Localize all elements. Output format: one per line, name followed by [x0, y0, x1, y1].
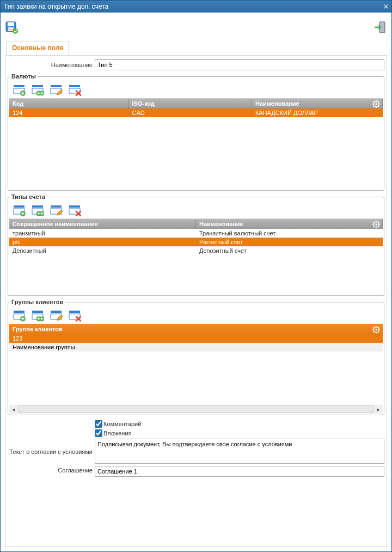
svg-rect-22 [32, 205, 43, 208]
cell-code: 124 [9, 108, 129, 117]
agreement-input[interactable] [95, 466, 384, 477]
name-label: Наименование [8, 62, 95, 68]
svg-rect-6 [14, 85, 24, 87]
scroll-right-icon[interactable]: ► [374, 407, 383, 413]
name-input[interactable] [95, 59, 384, 70]
account-types-add-button[interactable] [13, 203, 26, 216]
currencies-grid-header: Код ISO-код Наименование [9, 99, 383, 108]
cell-name: Расчетный счет [196, 238, 383, 246]
client-groups-legend: Группы клиентов [9, 299, 65, 305]
window-title: Тип заявки на открытие доп. счета [4, 3, 108, 10]
currencies-col-iso[interactable]: ISO-код [129, 99, 252, 108]
client-groups-grid-header: Группа клиентов [9, 324, 383, 334]
currencies-toolbar [9, 82, 383, 98]
account-types-grid-body[interactable]: транзитный Транзитный валютный счет р/с … [9, 229, 383, 294]
currencies-group: Валюты Код [8, 73, 384, 191]
cell-iso: CAD [129, 108, 252, 117]
attachments-checkbox[interactable] [95, 429, 102, 437]
svg-point-44 [375, 329, 377, 330]
cell-short: Депозитный [9, 246, 196, 255]
tabs: Основные поля [5, 41, 387, 56]
table-row[interactable]: 124 CAD КАНАДСКИЙ ДОЛЛАР [9, 108, 383, 117]
exit-button[interactable] [374, 21, 387, 34]
consent-field-row: Текст о согласии с условиями [8, 439, 384, 464]
titlebar: Тип заявки на открытие доп. счета × [1, 1, 391, 13]
svg-rect-1 [8, 22, 14, 26]
client-groups-group: Группы клиентов [8, 299, 384, 415]
currencies-col-code[interactable]: Код [9, 99, 129, 108]
save-button[interactable] [5, 21, 18, 34]
account-types-col-name[interactable]: Наименование [196, 219, 383, 229]
cell-name: Транзитный валютный счет [196, 229, 383, 238]
currencies-grid-body[interactable]: 124 CAD КАНАДСКИЙ ДОЛЛАР [9, 108, 383, 189]
comment-checkbox-label: Комментарий [103, 421, 141, 427]
currencies-grid: Код ISO-код Наименование 124 CAD КАНАДСК… [9, 98, 383, 189]
table-row[interactable]: 123 [9, 334, 383, 343]
client-groups-grid: Группа клиентов 123 Наименование группы [9, 324, 383, 414]
account-types-group: Типы счета [8, 193, 384, 296]
table-row[interactable]: Наименование группы [9, 343, 383, 351]
tab-panel-main: Наименование Валюты [5, 55, 387, 547]
account-types-grid: Сокращенное наименование Наименование тр… [9, 219, 383, 294]
scroll-left-icon[interactable]: ◄ [9, 407, 18, 413]
cell-name: КАНАДСКИЙ ДОЛЛАР [252, 108, 383, 117]
svg-rect-28 [69, 205, 80, 208]
currencies-legend: Валюты [9, 73, 38, 80]
account-types-edit-button[interactable] [50, 203, 63, 216]
tab-main[interactable]: Основные поля [6, 41, 69, 55]
comment-checkbox-row: Комментарий [8, 420, 384, 428]
table-row[interactable]: Депозитный Депозитный счет [9, 246, 383, 255]
account-types-col-short[interactable]: Сокращенное наименование [9, 219, 196, 229]
agreement-field-row: Соглашение [8, 466, 384, 477]
client-groups-grid-body[interactable]: 123 Наименование группы [9, 334, 383, 405]
svg-rect-13 [51, 85, 62, 87]
bottom-form: Комментарий Вложения Текст о согласии с … [8, 418, 384, 479]
agreement-label: Соглашение [8, 466, 95, 474]
client-groups-col-group[interactable]: Группа клиентов [9, 324, 383, 334]
currencies-add-button[interactable] [13, 83, 26, 96]
svg-rect-35 [32, 311, 43, 313]
comment-checkbox[interactable] [95, 420, 102, 428]
close-icon[interactable]: × [384, 2, 388, 11]
svg-rect-19 [14, 205, 24, 208]
gear-icon[interactable] [372, 220, 381, 229]
account-types-delete-button[interactable] [68, 203, 81, 216]
client-groups-delete-button[interactable] [68, 308, 81, 322]
cell-group: 123 [9, 334, 383, 343]
currencies-col-name[interactable]: Наименование [252, 99, 383, 108]
cell-group: Наименование группы [9, 343, 383, 351]
gear-icon[interactable] [372, 325, 381, 334]
attachments-checkbox-row: Вложения [8, 429, 384, 437]
svg-rect-9 [32, 85, 43, 87]
table-row[interactable]: р/с Расчетный счет [9, 238, 383, 246]
client-groups-toolbar [9, 307, 383, 324]
gear-icon[interactable] [372, 100, 381, 108]
cell-name: Депозитный счет [196, 246, 383, 255]
currencies-add-multi-button[interactable] [31, 83, 44, 96]
client-groups-edit-button[interactable] [50, 308, 63, 322]
currencies-delete-button[interactable] [68, 83, 81, 96]
account-types-grid-header: Сокращенное наименование Наименование [9, 219, 383, 229]
account-types-legend: Типы счета [9, 193, 47, 200]
currencies-edit-button[interactable] [50, 83, 63, 96]
account-types-add-multi-button[interactable] [31, 203, 44, 216]
cell-short: транзитный [9, 229, 196, 238]
scroll-track[interactable] [18, 405, 374, 413]
content-area: Основные поля Наименование Валюты [1, 39, 391, 551]
svg-rect-15 [69, 85, 80, 87]
attachments-checkbox-label: Вложения [103, 430, 132, 436]
client-groups-add-multi-button[interactable] [31, 308, 44, 322]
consent-textarea[interactable] [95, 439, 384, 464]
svg-point-3 [13, 28, 18, 34]
client-groups-add-button[interactable] [13, 308, 26, 322]
spacer [8, 423, 95, 424]
dialog-window: Тип заявки на открытие доп. счета × Осно… [0, 0, 392, 552]
main-toolbar [1, 13, 391, 39]
svg-point-18 [375, 103, 377, 105]
svg-rect-39 [51, 311, 62, 313]
horizontal-scrollbar[interactable]: ◄ ► [9, 405, 383, 414]
consent-label: Текст о согласии с условиями [8, 447, 95, 455]
svg-rect-32 [14, 311, 24, 313]
table-row[interactable]: транзитный Транзитный валютный счет [9, 229, 383, 238]
svg-rect-41 [69, 311, 80, 313]
